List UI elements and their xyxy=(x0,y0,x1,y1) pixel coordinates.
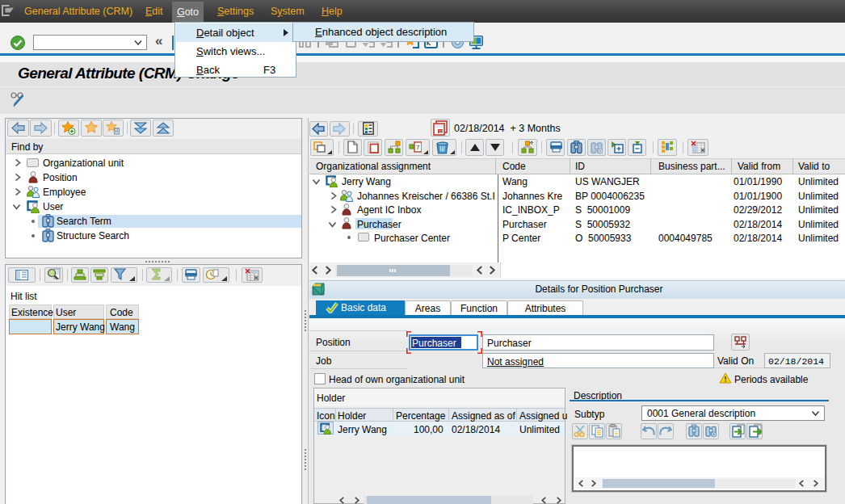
svg-text:12: 12 xyxy=(439,129,444,134)
svg-text:7: 7 xyxy=(416,144,420,151)
